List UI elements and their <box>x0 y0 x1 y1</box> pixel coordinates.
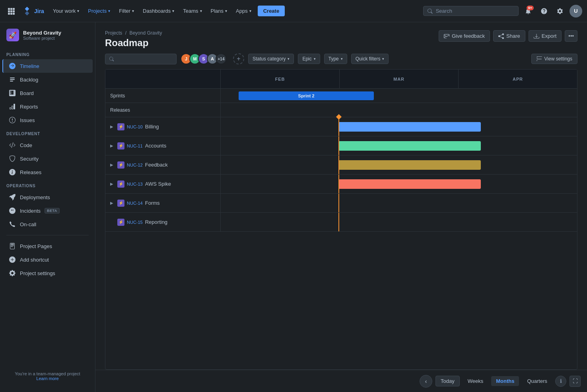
search-box[interactable] <box>423 6 519 16</box>
today-line-nuc11 <box>338 136 339 155</box>
sidebar-item-project-pages[interactable]: Project Pages <box>2 239 93 253</box>
fullscreen-button[interactable]: ⛶ <box>570 376 581 387</box>
sidebar-item-timeline[interactable]: Timeline <box>2 59 93 73</box>
sidebar-item-reports[interactable]: Reports <box>2 100 93 113</box>
avatar-count[interactable]: +14 <box>216 53 227 64</box>
sprints-row: Sprints Sprint 2 <box>105 89 577 103</box>
sidebar-item-project-settings[interactable]: Project settings <box>2 266 93 280</box>
export-label: Export <box>542 33 557 39</box>
month-mar: MAR <box>340 70 459 88</box>
epic-icon-nuc11: ⚡ <box>117 142 124 149</box>
user-avatar[interactable]: U <box>570 5 582 17</box>
epic-icon-nuc15: ⚡ <box>117 219 124 226</box>
epic-row-nuc11: ▶ ⚡ NUC-11 Accounts <box>105 136 577 155</box>
search-input[interactable] <box>436 8 514 14</box>
expand-nuc10[interactable]: ▶ <box>109 124 115 130</box>
quick-filters-filter[interactable]: Quick filters ▾ <box>351 54 389 64</box>
sidebar-item-incidents[interactable]: Incidents BETA <box>2 204 93 217</box>
sidebar: 🚀 Beyond Gravity Software project PLANNI… <box>0 22 95 392</box>
svg-rect-0 <box>8 8 10 10</box>
nav-items: Your work ▾ Projects ▾ Filter ▾ Dashboar… <box>49 6 422 16</box>
chevron-down-icon: ▾ <box>288 57 290 61</box>
project-name: Beyond Gravity <box>23 30 61 36</box>
nav-projects[interactable]: Projects ▾ <box>84 6 114 16</box>
settings-icon <box>556 8 564 15</box>
nav-your-work[interactable]: Your work ▾ <box>49 6 83 16</box>
nav-filter[interactable]: Filter ▾ <box>115 6 138 16</box>
sidebar-item-security[interactable]: Security <box>2 152 93 165</box>
add-assignee-button[interactable]: + <box>233 53 244 64</box>
sidebar-item-label-add-shortcut: Add shortcut <box>20 257 49 263</box>
more-options-button[interactable]: ••• <box>565 30 577 42</box>
incidents-icon <box>9 207 16 214</box>
epic-id-nuc14: NUC-14 <box>127 201 143 206</box>
sidebar-item-on-call[interactable]: On-call <box>2 217 93 231</box>
view-settings-label: View settings <box>544 56 572 62</box>
epic-bar-nuc11[interactable] <box>338 141 481 151</box>
sidebar-item-label-issues: Issues <box>20 117 35 123</box>
epic-row-nuc10: ▶ ⚡ NUC-10 Billing <box>105 117 577 136</box>
expand-nuc11[interactable]: ▶ <box>109 143 115 149</box>
info-button[interactable]: ℹ <box>555 376 566 387</box>
epic-bar-nuc12[interactable] <box>338 160 481 170</box>
breadcrumb: Projects / Beyond Gravity <box>105 30 162 36</box>
epic-name-nuc11: Accounts <box>145 143 166 149</box>
quarters-button[interactable]: Quarters <box>522 376 552 386</box>
view-settings-button[interactable]: View settings <box>531 54 577 64</box>
sidebar-item-board[interactable]: Board <box>2 86 93 100</box>
sprint-bar[interactable]: Sprint 2 <box>239 91 374 100</box>
sidebar-item-releases[interactable]: Releases <box>2 165 93 179</box>
nav-dashboards[interactable]: Dashboards ▾ <box>139 6 178 16</box>
sidebar-item-label-deployments: Deployments <box>20 194 50 200</box>
jira-logo[interactable]: Jira <box>22 6 44 16</box>
notifications-button[interactable]: 9+ <box>522 5 535 17</box>
more-icon: ••• <box>568 33 574 39</box>
page-title: Roadmap <box>105 37 162 49</box>
chevron-down-icon: ▾ <box>200 9 202 13</box>
epic-bar-nuc10[interactable] <box>338 122 481 132</box>
nav-apps[interactable]: Apps ▾ <box>232 6 255 16</box>
share-button[interactable]: Share <box>493 30 525 42</box>
epic-icon-nuc14: ⚡ <box>117 200 124 207</box>
weeks-button[interactable]: Weeks <box>463 376 488 386</box>
roadmap-search-input[interactable] <box>117 56 172 62</box>
roadmap-search-field[interactable] <box>105 54 177 64</box>
breadcrumb-projects[interactable]: Projects <box>105 30 122 36</box>
epic-bar-nuc13[interactable] <box>338 179 481 189</box>
prev-button[interactable]: ‹ <box>420 375 432 388</box>
sidebar-divider <box>6 235 89 235</box>
settings-button[interactable] <box>554 5 566 17</box>
grid-menu-icon[interactable] <box>5 5 17 17</box>
nav-plans[interactable]: Plans ▾ <box>207 6 231 16</box>
expand-nuc12[interactable]: ▶ <box>109 162 115 168</box>
breadcrumb-project[interactable]: Beyond Gravity <box>129 30 162 36</box>
epic-filter[interactable]: Epic ▾ <box>298 54 320 64</box>
epic-name-nuc14: Forms <box>145 200 160 206</box>
months-button[interactable]: Months <box>491 376 519 386</box>
sidebar-item-backlog[interactable]: Backlog <box>2 73 93 86</box>
expand-nuc14[interactable]: ▶ <box>109 200 115 206</box>
today-line-nuc15 <box>338 213 339 231</box>
footer-link[interactable]: Learn more <box>36 376 58 381</box>
export-button[interactable]: Export <box>529 30 562 42</box>
sidebar-item-issues[interactable]: Issues <box>2 113 93 127</box>
sidebar-item-code[interactable]: Code <box>2 138 93 152</box>
status-category-filter[interactable]: Status category ▾ <box>248 54 294 64</box>
page-header-left: Projects / Beyond Gravity Roadmap <box>105 30 162 49</box>
give-feedback-button[interactable]: Give feedback <box>439 30 490 42</box>
svg-rect-2 <box>13 8 15 10</box>
type-filter[interactable]: Type ▾ <box>324 54 347 64</box>
expand-nuc13[interactable]: ▶ <box>109 181 115 187</box>
nav-right: 9+ U <box>423 5 582 17</box>
project-pages-icon <box>9 243 16 250</box>
help-button[interactable] <box>538 5 550 17</box>
svg-rect-8 <box>13 13 15 15</box>
create-button[interactable]: Create <box>258 6 285 16</box>
nav-teams[interactable]: Teams ▾ <box>179 6 206 16</box>
epic-timeline-nuc15 <box>221 213 577 231</box>
today-button[interactable]: Today <box>435 376 460 386</box>
sidebar-item-deployments[interactable]: Deployments <box>2 190 93 204</box>
epic-left-nuc14: ▶ ⚡ NUC-14 Forms <box>105 194 221 212</box>
sidebar-item-add-shortcut[interactable]: Add shortcut <box>2 253 93 266</box>
epic-name-nuc15: Reporting <box>145 219 167 225</box>
